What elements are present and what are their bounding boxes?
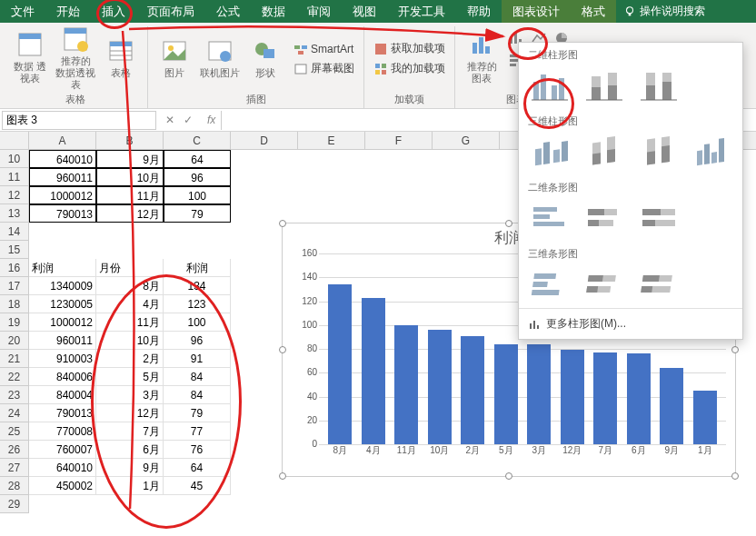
cell[interactable]: 123	[164, 295, 231, 313]
cell[interactable]: 79	[164, 204, 231, 223]
cell[interactable]: 770008	[29, 422, 96, 441]
chart-bar[interactable]	[362, 298, 385, 444]
row-header-13[interactable]: 13	[0, 204, 28, 223]
col-header-C[interactable]: C	[164, 132, 231, 149]
3d-stacked-column-icon[interactable]	[582, 134, 626, 170]
tab-insert[interactable]: 插入	[91, 0, 136, 23]
cell[interactable]: 1月	[96, 477, 164, 495]
row-header-25[interactable]: 25	[0, 422, 28, 441]
tab-help[interactable]: 帮助	[456, 0, 502, 23]
cell[interactable]: 840006	[29, 368, 96, 386]
row-header-27[interactable]: 27	[0, 459, 28, 477]
cell[interactable]: 6月	[96, 441, 164, 459]
recommended-charts-button[interactable]: 推荐的 图表	[461, 26, 502, 88]
row-header-21[interactable]: 21	[0, 350, 28, 368]
cell[interactable]: 134	[164, 277, 231, 295]
chart-bar[interactable]	[660, 368, 683, 444]
cell[interactable]: 7月	[96, 422, 164, 441]
3d-column-icon[interactable]	[691, 134, 734, 170]
cell[interactable]: 79	[164, 404, 231, 422]
100-stacked-column-icon[interactable]	[637, 67, 681, 104]
3d-clustered-column-icon[interactable]	[528, 134, 572, 170]
row-header-29[interactable]: 29	[0, 495, 28, 513]
row-header-14[interactable]: 14	[0, 223, 28, 241]
cell[interactable]: 9月	[96, 150, 164, 168]
row-header-10[interactable]: 10	[0, 150, 28, 168]
cell[interactable]: 100	[164, 313, 231, 332]
col-header-E[interactable]: E	[298, 132, 365, 149]
chart-bar[interactable]	[428, 330, 452, 444]
3d-100-stacked-bar-icon[interactable]	[637, 266, 681, 303]
row-header-23[interactable]: 23	[0, 386, 28, 404]
cell[interactable]: 12月	[96, 404, 164, 422]
chart-bar[interactable]	[328, 284, 352, 444]
cell[interactable]: 960011	[29, 332, 96, 350]
tab-formulas[interactable]: 公式	[205, 0, 251, 23]
row-header-22[interactable]: 22	[0, 368, 28, 386]
col-header-B[interactable]: B	[96, 132, 164, 149]
cell[interactable]: 4月	[96, 295, 164, 313]
cell[interactable]: 45	[164, 477, 231, 495]
cell[interactable]: 利润	[164, 259, 231, 277]
100-stacked-bar-icon[interactable]	[637, 200, 681, 236]
cell[interactable]: 960011	[29, 168, 96, 186]
tab-chart-design[interactable]: 图表设计	[502, 0, 571, 23]
tab-view[interactable]: 视图	[342, 0, 387, 23]
cell[interactable]: 790013	[29, 404, 96, 422]
cell[interactable]: 10月	[96, 168, 164, 186]
row-header-16[interactable]: 16	[0, 259, 28, 277]
cell[interactable]: 84	[164, 368, 231, 386]
shapes-button[interactable]: 形状	[244, 26, 286, 88]
chart-bar[interactable]	[693, 391, 717, 444]
my-addins-button[interactable]: 我的加载项	[370, 59, 449, 79]
screenshot-button[interactable]: 屏幕截图	[290, 59, 358, 79]
cell[interactable]: 11月	[96, 186, 164, 204]
cell[interactable]: 640010	[29, 459, 96, 477]
select-all-corner[interactable]	[0, 132, 29, 150]
cell[interactable]: 96	[164, 168, 231, 186]
cell[interactable]: 91	[164, 350, 231, 368]
chart-bar[interactable]	[593, 352, 617, 444]
smartart-button[interactable]: SmartArt	[290, 39, 358, 59]
row-header-28[interactable]: 28	[0, 477, 28, 495]
col-header-A[interactable]: A	[29, 132, 96, 149]
cell[interactable]: 96	[164, 332, 231, 350]
cell[interactable]: 2月	[96, 350, 164, 368]
name-box[interactable]	[2, 111, 156, 130]
online-picture-button[interactable]: 联机图片	[199, 26, 241, 88]
row-header-17[interactable]: 17	[0, 277, 28, 295]
cell[interactable]: 11月	[96, 313, 164, 332]
cell[interactable]: 8月	[96, 277, 164, 295]
recommended-pivot-button[interactable]: 推荐的 数据透视表	[55, 26, 96, 88]
col-header-F[interactable]: F	[365, 132, 433, 149]
cell[interactable]: 1230005	[29, 295, 96, 313]
row-header-15[interactable]: 15	[0, 241, 28, 259]
3d-100-stacked-column-icon[interactable]	[636, 134, 680, 170]
cell[interactable]: 9月	[96, 459, 164, 477]
cell[interactable]: 840004	[29, 386, 96, 404]
enter-icon[interactable]: ✓	[184, 114, 193, 126]
cell[interactable]: 450002	[29, 477, 96, 495]
cell[interactable]: 910003	[29, 350, 96, 368]
row-header-18[interactable]: 18	[0, 295, 28, 313]
cell[interactable]: 100	[164, 186, 231, 204]
cell[interactable]: 1000012	[29, 313, 96, 332]
stacked-bar-icon[interactable]	[582, 200, 626, 236]
tell-me-search[interactable]: 操作说明搜索	[623, 4, 705, 19]
cell[interactable]: 76	[164, 441, 231, 459]
3d-stacked-bar-icon[interactable]	[582, 266, 626, 303]
chart-bar[interactable]	[461, 336, 484, 444]
table-button[interactable]: 表格	[100, 26, 142, 88]
more-column-charts-link[interactable]: 更多柱形图(M)...	[519, 308, 742, 339]
chart-bar[interactable]	[527, 344, 551, 444]
cell[interactable]: 3月	[96, 386, 164, 404]
cell[interactable]: 84	[164, 386, 231, 404]
cancel-icon[interactable]: ✕	[165, 114, 174, 126]
cell[interactable]: 1340009	[29, 277, 96, 295]
cell[interactable]: 77	[164, 422, 231, 441]
cell[interactable]: 利润	[29, 259, 96, 277]
chart-bar[interactable]	[394, 325, 418, 444]
cell[interactable]: 5月	[96, 368, 164, 386]
cell[interactable]: 月份	[96, 259, 164, 277]
col-header-G[interactable]: G	[433, 132, 500, 149]
